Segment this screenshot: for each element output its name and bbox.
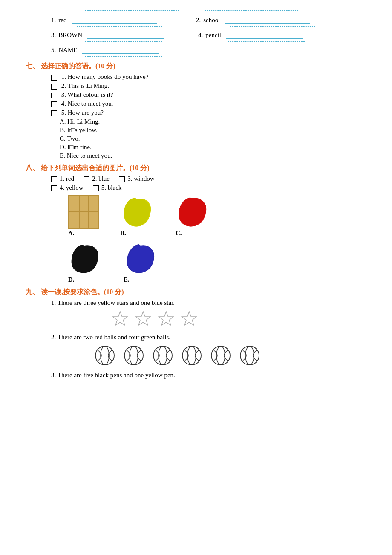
svg-point-4 bbox=[95, 346, 114, 365]
q7-1: 1. How many books do you have? bbox=[51, 73, 366, 81]
ans-7-E: E. Nice to meet you. bbox=[60, 152, 366, 159]
label-E: E. bbox=[124, 276, 130, 283]
label-B: B. bbox=[120, 230, 126, 237]
svg-point-11 bbox=[187, 346, 196, 365]
q7-4: 4. Nice to meet you. bbox=[51, 100, 366, 107]
paren-8-1[interactable] bbox=[51, 176, 57, 182]
star-2 bbox=[134, 310, 153, 329]
paren-7-5[interactable] bbox=[51, 110, 57, 116]
paren-8-4[interactable] bbox=[51, 185, 57, 191]
image-B: B. bbox=[120, 195, 154, 237]
item-3-label: 3. bbox=[51, 32, 56, 39]
q7-3: 3. What colour is it? bbox=[51, 91, 366, 98]
stars-row bbox=[111, 310, 366, 329]
ball-5 bbox=[210, 344, 232, 367]
item-3-word: BROWN bbox=[58, 32, 82, 39]
item-1-label: 1. bbox=[51, 17, 56, 24]
image-D: D. bbox=[68, 241, 102, 283]
ball-3 bbox=[152, 344, 174, 367]
star-4 bbox=[180, 310, 199, 329]
svg-marker-1 bbox=[136, 312, 150, 325]
star-3 bbox=[157, 310, 176, 329]
paren-7-2[interactable] bbox=[51, 84, 57, 90]
label-C: C. bbox=[176, 230, 182, 237]
svg-point-8 bbox=[153, 346, 172, 365]
ans-7-D: D. I□m fine. bbox=[60, 144, 366, 151]
image-E: E. bbox=[124, 241, 158, 283]
svg-point-12 bbox=[211, 346, 230, 365]
ans-7-B: B. It□s yellow. bbox=[60, 127, 366, 134]
ans-7-C: C. Two. bbox=[60, 135, 366, 142]
q8-line1: 1. red 2. blue 3. window bbox=[51, 175, 366, 182]
ball-2 bbox=[123, 344, 145, 367]
paren-8-3[interactable] bbox=[119, 176, 125, 182]
section-9-header: 九、 读一读,按要求涂色。(10 分) bbox=[26, 288, 366, 297]
section-8: 八、 给下列单词选出合适的图片。(10 分) 1. red 2. blue 3.… bbox=[26, 164, 366, 283]
section-8-header: 八、 给下列单词选出合适的图片。(10 分) bbox=[26, 164, 366, 173]
section-7: 七、 选择正确的答语。(10 分) 1. How many books do y… bbox=[26, 62, 366, 159]
svg-point-10 bbox=[182, 346, 201, 365]
image-A: A. bbox=[68, 195, 99, 237]
svg-point-5 bbox=[101, 346, 109, 365]
ball-6 bbox=[239, 344, 261, 367]
item-5-word: NAME bbox=[58, 46, 77, 54]
paren-7-3[interactable] bbox=[51, 92, 57, 98]
q7-2: 2. This is Li Ming. bbox=[51, 82, 366, 90]
item-2-word: school bbox=[203, 17, 220, 24]
item-4-word: pencil bbox=[205, 32, 221, 39]
q9-1: 1. There are three yellow stars and one … bbox=[51, 299, 366, 306]
svg-marker-2 bbox=[159, 312, 173, 325]
label-D: D. bbox=[68, 276, 75, 283]
q9-3: 3. There are five black pens and one yel… bbox=[51, 372, 366, 379]
paren-7-1[interactable] bbox=[51, 75, 57, 81]
svg-point-7 bbox=[130, 346, 138, 365]
image-C: C. bbox=[176, 195, 210, 237]
svg-marker-0 bbox=[113, 312, 127, 325]
paren-8-5[interactable] bbox=[93, 185, 99, 191]
svg-point-15 bbox=[245, 346, 254, 365]
ball-1 bbox=[94, 344, 116, 367]
paren-7-4[interactable] bbox=[51, 101, 57, 107]
item-1-word: red bbox=[58, 17, 66, 24]
svg-point-14 bbox=[240, 346, 259, 365]
section-7-header: 七、 选择正确的答语。(10 分) bbox=[26, 62, 366, 71]
ball-4 bbox=[181, 344, 203, 367]
item-5-label: 5. bbox=[51, 46, 56, 54]
item-2-label: 2. bbox=[196, 17, 201, 24]
star-1 bbox=[111, 310, 130, 329]
svg-point-13 bbox=[216, 346, 225, 365]
label-A: A. bbox=[68, 230, 75, 237]
svg-point-6 bbox=[124, 346, 143, 365]
paren-8-2[interactable] bbox=[84, 176, 89, 182]
svg-marker-3 bbox=[182, 312, 196, 325]
q8-line2: 4. yellow 5. black bbox=[51, 184, 366, 191]
item-4-label: 4. bbox=[198, 32, 203, 39]
ans-7-A: A. Hi, Li Ming. bbox=[60, 118, 366, 125]
q9-2: 2. There are two red balls and four gree… bbox=[51, 334, 366, 341]
q7-5: 5. How are you? bbox=[51, 109, 366, 116]
balls-row bbox=[94, 344, 366, 367]
svg-point-9 bbox=[159, 346, 167, 365]
section-9: 九、 读一读,按要求涂色。(10 分) 1. There are three y… bbox=[26, 288, 366, 379]
